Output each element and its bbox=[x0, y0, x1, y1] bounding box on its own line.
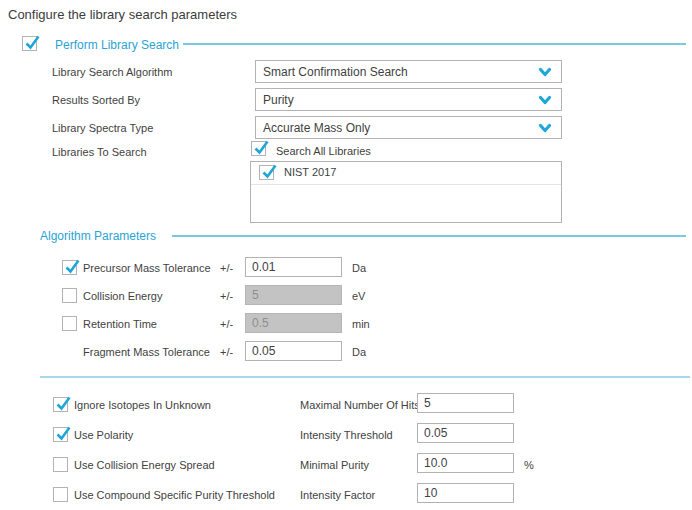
retention-time-label: Retention Time bbox=[83, 318, 157, 330]
search-all-libraries-label: Search All Libraries bbox=[276, 145, 371, 157]
results-sorted-by-dropdown[interactable]: Purity bbox=[255, 88, 562, 111]
minimal-purity-label: Minimal Purity bbox=[300, 459, 369, 471]
intensity-threshold-label: Intensity Threshold bbox=[300, 429, 393, 441]
library-search-algorithm-value: Smart Confirmation Search bbox=[263, 65, 408, 79]
plus-minus-label: +/- bbox=[220, 290, 233, 302]
library-search-algorithm-dropdown[interactable]: Smart Confirmation Search bbox=[255, 60, 562, 83]
algorithm-parameters-header: Algorithm Parameters bbox=[40, 229, 156, 243]
chevron-down-icon bbox=[538, 123, 552, 134]
collision-energy-checkbox[interactable] bbox=[62, 288, 77, 303]
library-spectra-type-dropdown[interactable]: Accurate Mass Only bbox=[255, 116, 562, 139]
library-spectra-type-label: Library Spectra Type bbox=[52, 122, 153, 134]
section-separator-line bbox=[40, 376, 690, 378]
checkmark-icon bbox=[24, 34, 41, 51]
checkmark-icon bbox=[261, 163, 278, 180]
ignore-isotopes-checkbox[interactable] bbox=[53, 397, 68, 412]
libraries-to-search-label: Libraries To Search bbox=[52, 146, 147, 158]
libraries-list: NIST 2017 bbox=[250, 161, 562, 223]
library-item-label: NIST 2017 bbox=[284, 166, 336, 178]
intensity-factor-input[interactable] bbox=[417, 483, 514, 503]
use-compound-specific-purity-threshold-checkbox[interactable] bbox=[53, 487, 68, 502]
chevron-down-icon bbox=[538, 95, 552, 106]
precursor-mass-tolerance-label: Precursor Mass Tolerance bbox=[83, 262, 211, 274]
checkmark-icon bbox=[253, 139, 270, 156]
library-item-checkbox[interactable] bbox=[259, 165, 274, 180]
intensity-threshold-input[interactable] bbox=[417, 423, 514, 443]
checkmark-icon bbox=[55, 425, 72, 442]
fragment-mass-tolerance-input[interactable] bbox=[245, 341, 342, 361]
perform-section-divider-line bbox=[183, 43, 686, 45]
use-collision-energy-spread-label: Use Collision Energy Spread bbox=[74, 459, 215, 471]
perform-library-search-checkbox[interactable] bbox=[22, 36, 37, 51]
use-polarity-label: Use Polarity bbox=[74, 429, 133, 441]
perform-library-search-label: Perform Library Search bbox=[55, 38, 179, 52]
library-list-item[interactable]: NIST 2017 bbox=[251, 162, 561, 185]
retention-time-unit: min bbox=[352, 318, 370, 330]
plus-minus-label: +/- bbox=[220, 262, 233, 274]
collision-energy-label: Collision Energy bbox=[83, 290, 162, 302]
use-collision-energy-spread-checkbox[interactable] bbox=[53, 457, 68, 472]
maximal-number-of-hits-input[interactable] bbox=[417, 393, 514, 413]
chevron-down-icon bbox=[538, 67, 552, 78]
minimal-purity-input[interactable] bbox=[417, 453, 514, 473]
plus-minus-label: +/- bbox=[220, 318, 233, 330]
search-all-libraries-checkbox[interactable] bbox=[251, 141, 266, 156]
maximal-number-of-hits-label: Maximal Number Of Hits bbox=[300, 399, 420, 411]
ignore-isotopes-label: Ignore Isotopes In Unknown bbox=[74, 399, 211, 411]
intensity-factor-label: Intensity Factor bbox=[300, 489, 375, 501]
retention-time-input bbox=[245, 313, 342, 333]
use-polarity-checkbox[interactable] bbox=[53, 427, 68, 442]
precursor-mass-tolerance-checkbox[interactable] bbox=[62, 260, 77, 275]
precursor-mass-tolerance-unit: Da bbox=[352, 262, 366, 274]
results-sorted-by-value: Purity bbox=[263, 93, 294, 107]
use-compound-specific-purity-threshold-label: Use Compound Specific Purity Threshold bbox=[74, 489, 275, 501]
checkmark-icon bbox=[55, 395, 72, 412]
page-title: Configure the library search parameters bbox=[8, 7, 237, 22]
fragment-mass-tolerance-label: Fragment Mass Tolerance bbox=[83, 346, 210, 358]
collision-energy-unit: eV bbox=[352, 290, 365, 302]
precursor-mass-tolerance-input[interactable] bbox=[245, 257, 342, 277]
results-sorted-by-label: Results Sorted By bbox=[52, 94, 140, 106]
fragment-mass-tolerance-unit: Da bbox=[352, 346, 366, 358]
library-search-algorithm-label: Library Search Algorithm bbox=[52, 66, 172, 78]
retention-time-checkbox[interactable] bbox=[62, 316, 77, 331]
collision-energy-input bbox=[245, 285, 342, 305]
checkmark-icon bbox=[64, 258, 81, 275]
minimal-purity-unit: % bbox=[524, 459, 534, 471]
algorithm-section-divider-line bbox=[172, 235, 686, 237]
library-search-config-panel: Configure the library search parameters … bbox=[0, 0, 692, 510]
library-spectra-type-value: Accurate Mass Only bbox=[263, 121, 370, 135]
plus-minus-label: +/- bbox=[220, 346, 233, 358]
